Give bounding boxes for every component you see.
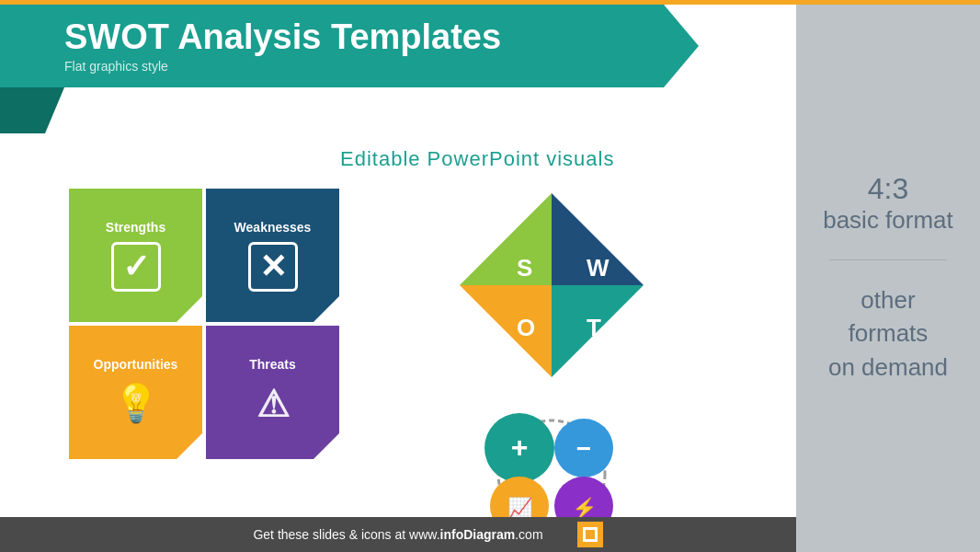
strengths-label: Strengths: [106, 220, 165, 235]
footer-text: Get these slides & icons at www.infoDiag…: [253, 527, 542, 542]
banner-accent: [0, 87, 64, 133]
svg-text:W: W: [587, 254, 610, 282]
diamond-swot: S W O T: [450, 184, 653, 386]
svg-text:T: T: [587, 314, 601, 341]
svg-text:−: −: [576, 434, 591, 463]
editable-text: Editable PowerPoint visuals: [340, 147, 614, 171]
svg-text:S: S: [517, 254, 532, 282]
sidebar-other-formats: otherformatson demand: [828, 283, 948, 384]
swot-box-strengths: Strengths ✓: [69, 189, 202, 322]
sidebar: 4:3 basic format otherformatson demand: [796, 5, 980, 552]
weaknesses-label: Weaknesses: [234, 220, 312, 235]
footer-brand: infoDiagram: [440, 527, 516, 542]
weaknesses-icon: ✕: [248, 242, 298, 292]
swot-box-weaknesses: Weaknesses ✕: [206, 189, 339, 322]
svg-marker-2: [460, 285, 552, 377]
opportunities-label: Opportunities: [94, 357, 178, 372]
footer-bar: Get these slides & icons at www.infoDiag…: [0, 517, 796, 552]
footer-logo-inner: [583, 527, 598, 542]
banner-subtitle: Flat graphics style: [64, 59, 699, 74]
sidebar-ratio: 4:3: [868, 173, 908, 205]
threats-icon: ⚠: [248, 379, 298, 429]
banner: SWOT Analysis Templates Flat graphics st…: [0, 5, 699, 87]
footer-logo: [577, 522, 603, 547]
swot-box-opportunities: Opportunities 💡: [69, 326, 202, 459]
strengths-icon: ✓: [111, 242, 161, 292]
content-area: SWOT Analysis Templates Flat graphics st…: [0, 5, 796, 552]
threats-label: Threats: [249, 357, 296, 372]
sidebar-basic-format: basic format: [823, 205, 953, 236]
opportunities-icon: 💡: [111, 379, 161, 429]
svg-text:O: O: [517, 314, 535, 341]
swot-boxes: Strengths ✓ Weaknesses ✕ Opportunities 💡…: [69, 189, 339, 459]
banner-title: SWOT Analysis Templates: [64, 18, 699, 57]
main-layout: SWOT Analysis Templates Flat graphics st…: [0, 5, 980, 552]
svg-marker-0: [460, 193, 552, 285]
svg-text:+: +: [511, 431, 529, 464]
swot-box-threats: Threats ⚠: [206, 326, 339, 459]
sidebar-divider: [829, 259, 947, 260]
